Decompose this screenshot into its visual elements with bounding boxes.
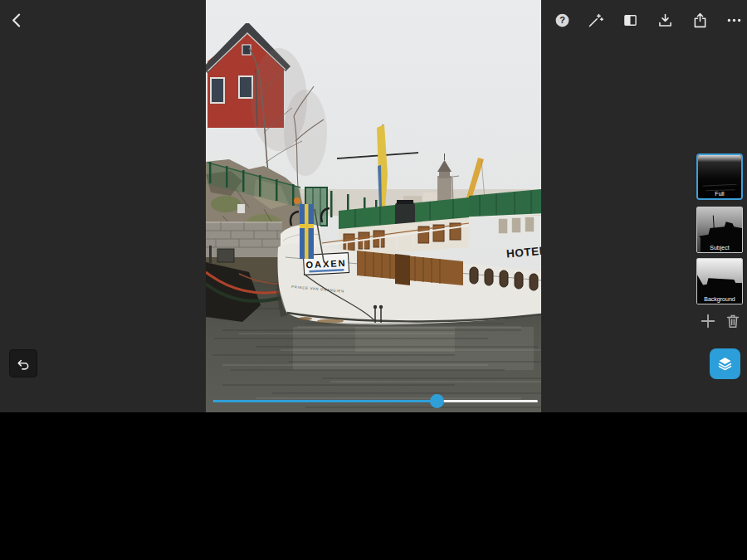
boat-photo: HOTEL OAXEN PRINCE VAN ORANGIEN xyxy=(206,0,541,412)
auto-enhance-button[interactable] xyxy=(585,10,605,30)
slider-fill xyxy=(213,400,437,402)
more-button[interactable] xyxy=(724,10,744,30)
layers-button[interactable] xyxy=(710,348,740,379)
mask-label: Subject xyxy=(697,245,742,251)
mask-label: Background xyxy=(697,296,742,302)
oaxen-sign-text: OAXEN xyxy=(305,258,347,270)
mask-thumb-full[interactable]: Full xyxy=(696,153,743,200)
mask-thumb-background[interactable]: Background xyxy=(696,258,743,304)
adjustment-slider[interactable] xyxy=(213,393,538,408)
mask-thumb-subject[interactable]: Subject xyxy=(696,207,743,253)
help-icon: ? xyxy=(559,15,565,25)
before-after-button[interactable] xyxy=(620,10,640,30)
slider-thumb[interactable] xyxy=(430,394,444,408)
help-button[interactable]: ? xyxy=(552,10,572,30)
share-button[interactable] xyxy=(690,10,710,30)
undo-button[interactable] xyxy=(10,350,37,377)
add-mask-button[interactable] xyxy=(699,312,717,330)
canvas-area: HOTEL OAXEN PRINCE VAN ORANGIEN xyxy=(0,0,747,412)
photo-canvas[interactable]: HOTEL OAXEN PRINCE VAN ORANGIEN xyxy=(206,0,541,412)
download-button[interactable] xyxy=(655,10,675,30)
mask-label: Full xyxy=(698,191,741,197)
delete-mask-button[interactable] xyxy=(724,312,742,330)
photo-editor-app: HOTEL OAXEN PRINCE VAN ORANGIEN xyxy=(0,0,747,560)
back-button[interactable] xyxy=(7,10,27,30)
bottom-panel: Selection Tools Light Color Effects Deta… xyxy=(0,412,747,560)
